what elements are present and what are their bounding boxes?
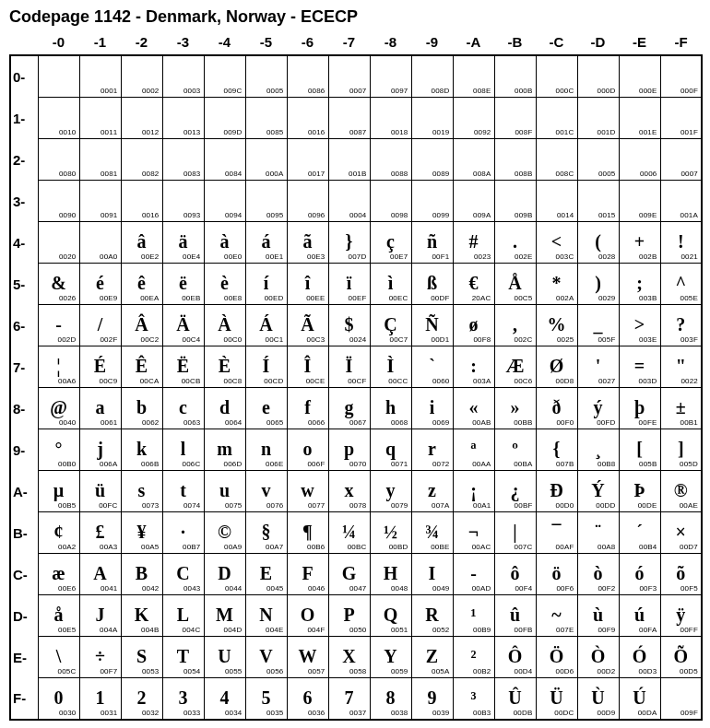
codepage-cell: 0010 xyxy=(38,98,79,139)
codepage-cell: ¦00A6 xyxy=(38,346,79,388)
cell-code: 00D8 xyxy=(556,378,574,385)
codepage-cell: e0065 xyxy=(245,388,287,429)
cell-code: 000A xyxy=(266,170,283,178)
codepage-cell: \005C xyxy=(38,637,79,678)
codepage-cell: Ü00DC xyxy=(536,678,577,721)
codepage-cell: 009C xyxy=(204,55,245,98)
cell-code: 00DC xyxy=(554,710,574,717)
codepage-cell: N004E xyxy=(245,595,287,637)
row-header: 4- xyxy=(10,222,38,264)
codepage-cell: 0088 xyxy=(370,139,411,181)
cell-code: 0013 xyxy=(183,129,201,136)
cell-code: 0030 xyxy=(59,710,77,717)
codepage-cell: °00B0 xyxy=(38,429,79,471)
codepage-cell: 0015 xyxy=(577,181,619,222)
codepage-cell: 0083 xyxy=(162,139,204,181)
codepage-cell: ä00E4 xyxy=(162,222,204,264)
codepage-cell: ¬00AC xyxy=(453,512,494,554)
cell-code: 003C xyxy=(556,253,574,261)
codepage-cell: 0005 xyxy=(577,139,619,181)
cell-code: 00C9 xyxy=(100,378,118,385)
cell-code: 007B xyxy=(556,461,574,468)
cell-code: 002D xyxy=(58,336,77,344)
cell-code: 0084 xyxy=(225,170,243,178)
codepage-cell: â00E2 xyxy=(121,222,162,264)
codepage-cell: l006C xyxy=(162,429,204,471)
codepage-cell: d0064 xyxy=(204,388,245,429)
codepage-cell: ¸00B8 xyxy=(577,429,619,471)
cell-code: 0067 xyxy=(349,419,367,427)
codepage-cell: 40034 xyxy=(204,678,245,721)
cell-code: 009C xyxy=(224,88,243,95)
cell-code: 00D4 xyxy=(515,668,533,675)
codepage-cell: ª00AA xyxy=(453,429,494,471)
cell-code: 00B4 xyxy=(639,544,657,551)
cell-code: 00CE xyxy=(306,378,325,385)
cell-code: 00D0 xyxy=(556,502,574,510)
codepage-cell: a0061 xyxy=(79,388,121,429)
cell-code: 00B9 xyxy=(473,627,491,634)
codepage-cell: 001F xyxy=(660,98,702,139)
cell-code: 0002 xyxy=(142,88,160,95)
cell-code: 00EC xyxy=(389,295,408,302)
cell-code: 0033 xyxy=(183,710,201,717)
col-header: -1 xyxy=(79,29,121,55)
cell-code: 0054 xyxy=(183,668,201,675)
col-header: -D xyxy=(577,29,619,55)
codepage-cell: û00FB xyxy=(494,595,536,637)
cell-code: 0079 xyxy=(391,502,408,510)
cell-code: 0011 xyxy=(101,129,118,136)
codepage-cell: ç00E7 xyxy=(370,222,411,264)
cell-code: 00E9 xyxy=(100,295,117,302)
codepage-cell: º00BA xyxy=(494,429,536,471)
codepage-cell: 0099 xyxy=(411,181,453,222)
codepage-cell: ,002C xyxy=(494,305,536,346)
row-header: A- xyxy=(10,471,38,512)
codepage-cell: X0058 xyxy=(328,637,370,678)
cell-code: 009E xyxy=(639,212,657,219)
cell-code: 009A xyxy=(473,212,491,219)
codepage-cell: Z005A xyxy=(411,637,453,678)
cell-code: 0086 xyxy=(308,88,325,95)
codepage-cell: ²00B2 xyxy=(453,637,494,678)
cell-code: 005B xyxy=(639,461,657,468)
codepage-cell: ~007E xyxy=(536,595,577,637)
col-header: -5 xyxy=(245,29,287,55)
codepage-cell: 20032 xyxy=(121,678,162,721)
cell-code: 0096 xyxy=(308,212,325,219)
codepage-cell: ß00DF xyxy=(411,264,453,305)
cell-code: 00DE xyxy=(638,502,657,510)
col-header: -B xyxy=(494,29,536,55)
codepage-cell: Ã00C3 xyxy=(287,305,328,346)
cell-code: 0040 xyxy=(59,419,77,427)
cell-code: 00EF xyxy=(349,295,367,302)
cell-code: 00F9 xyxy=(598,627,615,634)
cell-code: 00C4 xyxy=(183,336,201,344)
codepage-cell: 0097 xyxy=(370,55,411,98)
codepage-cell: ±00B1 xyxy=(660,388,702,429)
cell-code: 00F1 xyxy=(432,253,449,261)
cell-code: 00A8 xyxy=(598,544,615,551)
codepage-cell: ö00F6 xyxy=(536,554,577,595)
codepage-cell: w0077 xyxy=(287,471,328,512)
cell-code: 0051 xyxy=(391,627,408,634)
cell-code: 0055 xyxy=(225,668,243,675)
cell-code: 0068 xyxy=(391,419,408,427)
cell-code: 0041 xyxy=(101,585,118,593)
cell-code: 00B0 xyxy=(58,461,76,468)
cell-code: 002F xyxy=(100,336,117,344)
cell-code: 007D xyxy=(349,253,367,261)
codepage-cell: ?003F xyxy=(660,305,702,346)
cell-code: 00FE xyxy=(639,419,657,427)
row-header: F- xyxy=(10,678,38,721)
codepage-cell: ­-00AD xyxy=(453,554,494,595)
cell-code: 003E xyxy=(639,336,657,344)
codepage-cell: 10031 xyxy=(79,678,121,721)
codepage-cell xyxy=(38,55,79,98)
cell-code: 0089 xyxy=(432,170,450,178)
codepage-cell: ¶00B6 xyxy=(287,512,328,554)
cell-code: 0014 xyxy=(557,212,574,219)
codepage-cell: n006E xyxy=(245,429,287,471)
cell-code: 00FB xyxy=(515,627,533,634)
codepage-cell: ¨00A8 xyxy=(577,512,619,554)
